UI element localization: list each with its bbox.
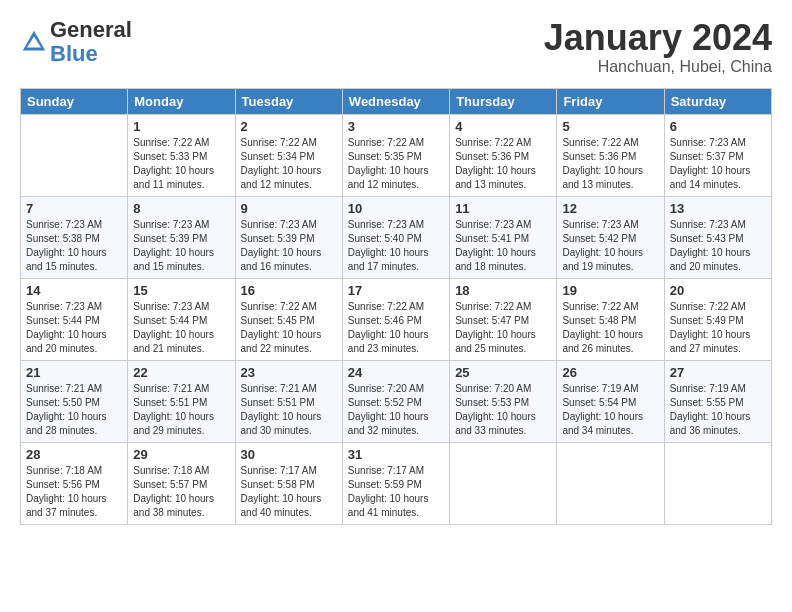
day-cell: 11 Sunrise: 7:23 AMSunset: 5:41 PMDaylig… [450,196,557,278]
day-info: Sunrise: 7:21 AMSunset: 5:51 PMDaylight:… [133,383,214,436]
day-number: 6 [670,119,766,134]
day-info: Sunrise: 7:23 AMSunset: 5:44 PMDaylight:… [133,301,214,354]
day-info: Sunrise: 7:23 AMSunset: 5:41 PMDaylight:… [455,219,536,272]
day-cell: 26 Sunrise: 7:19 AMSunset: 5:54 PMDaylig… [557,360,664,442]
day-number: 26 [562,365,658,380]
col-thursday: Thursday [450,88,557,114]
day-info: Sunrise: 7:22 AMSunset: 5:45 PMDaylight:… [241,301,322,354]
page: General Blue January 2024 Hanchuan, Hube… [0,0,792,535]
col-sunday: Sunday [21,88,128,114]
day-info: Sunrise: 7:19 AMSunset: 5:54 PMDaylight:… [562,383,643,436]
day-number: 5 [562,119,658,134]
day-info: Sunrise: 7:23 AMSunset: 5:38 PMDaylight:… [26,219,107,272]
day-info: Sunrise: 7:23 AMSunset: 5:42 PMDaylight:… [562,219,643,272]
day-number: 31 [348,447,444,462]
day-number: 24 [348,365,444,380]
day-cell: 25 Sunrise: 7:20 AMSunset: 5:53 PMDaylig… [450,360,557,442]
day-number: 10 [348,201,444,216]
day-info: Sunrise: 7:19 AMSunset: 5:55 PMDaylight:… [670,383,751,436]
day-number: 19 [562,283,658,298]
day-info: Sunrise: 7:22 AMSunset: 5:34 PMDaylight:… [241,137,322,190]
day-number: 22 [133,365,229,380]
day-cell [21,114,128,196]
day-info: Sunrise: 7:17 AMSunset: 5:58 PMDaylight:… [241,465,322,518]
day-cell: 3 Sunrise: 7:22 AMSunset: 5:35 PMDayligh… [342,114,449,196]
day-cell: 27 Sunrise: 7:19 AMSunset: 5:55 PMDaylig… [664,360,771,442]
day-info: Sunrise: 7:23 AMSunset: 5:37 PMDaylight:… [670,137,751,190]
day-number: 25 [455,365,551,380]
title-area: January 2024 Hanchuan, Hubei, China [544,18,772,76]
day-number: 18 [455,283,551,298]
day-number: 2 [241,119,337,134]
day-info: Sunrise: 7:22 AMSunset: 5:35 PMDaylight:… [348,137,429,190]
day-info: Sunrise: 7:22 AMSunset: 5:47 PMDaylight:… [455,301,536,354]
day-cell: 29 Sunrise: 7:18 AMSunset: 5:57 PMDaylig… [128,442,235,524]
day-cell: 8 Sunrise: 7:23 AMSunset: 5:39 PMDayligh… [128,196,235,278]
day-cell: 5 Sunrise: 7:22 AMSunset: 5:36 PMDayligh… [557,114,664,196]
day-number: 7 [26,201,122,216]
day-info: Sunrise: 7:20 AMSunset: 5:53 PMDaylight:… [455,383,536,436]
day-info: Sunrise: 7:23 AMSunset: 5:39 PMDaylight:… [241,219,322,272]
day-cell: 31 Sunrise: 7:17 AMSunset: 5:59 PMDaylig… [342,442,449,524]
header-row: Sunday Monday Tuesday Wednesday Thursday… [21,88,772,114]
day-cell: 7 Sunrise: 7:23 AMSunset: 5:38 PMDayligh… [21,196,128,278]
day-number: 13 [670,201,766,216]
day-number: 20 [670,283,766,298]
day-cell: 17 Sunrise: 7:22 AMSunset: 5:46 PMDaylig… [342,278,449,360]
day-cell: 19 Sunrise: 7:22 AMSunset: 5:48 PMDaylig… [557,278,664,360]
logo-general: General [50,17,132,42]
day-cell: 10 Sunrise: 7:23 AMSunset: 5:40 PMDaylig… [342,196,449,278]
month-title: January 2024 [544,18,772,58]
day-cell [664,442,771,524]
day-info: Sunrise: 7:23 AMSunset: 5:39 PMDaylight:… [133,219,214,272]
logo: General Blue [20,18,132,66]
day-info: Sunrise: 7:17 AMSunset: 5:59 PMDaylight:… [348,465,429,518]
day-number: 23 [241,365,337,380]
day-cell: 22 Sunrise: 7:21 AMSunset: 5:51 PMDaylig… [128,360,235,442]
logo-text: General Blue [50,18,132,66]
day-cell: 4 Sunrise: 7:22 AMSunset: 5:36 PMDayligh… [450,114,557,196]
header: General Blue January 2024 Hanchuan, Hube… [20,18,772,76]
day-info: Sunrise: 7:22 AMSunset: 5:46 PMDaylight:… [348,301,429,354]
day-cell: 18 Sunrise: 7:22 AMSunset: 5:47 PMDaylig… [450,278,557,360]
day-number: 4 [455,119,551,134]
day-info: Sunrise: 7:18 AMSunset: 5:56 PMDaylight:… [26,465,107,518]
col-wednesday: Wednesday [342,88,449,114]
calendar-table: Sunday Monday Tuesday Wednesday Thursday… [20,88,772,525]
day-cell: 30 Sunrise: 7:17 AMSunset: 5:58 PMDaylig… [235,442,342,524]
day-cell: 24 Sunrise: 7:20 AMSunset: 5:52 PMDaylig… [342,360,449,442]
logo-icon [20,28,48,56]
day-cell: 12 Sunrise: 7:23 AMSunset: 5:42 PMDaylig… [557,196,664,278]
day-number: 21 [26,365,122,380]
col-monday: Monday [128,88,235,114]
day-cell: 13 Sunrise: 7:23 AMSunset: 5:43 PMDaylig… [664,196,771,278]
day-cell: 1 Sunrise: 7:22 AMSunset: 5:33 PMDayligh… [128,114,235,196]
week-row-2: 14 Sunrise: 7:23 AMSunset: 5:44 PMDaylig… [21,278,772,360]
week-row-3: 21 Sunrise: 7:21 AMSunset: 5:50 PMDaylig… [21,360,772,442]
day-cell: 16 Sunrise: 7:22 AMSunset: 5:45 PMDaylig… [235,278,342,360]
day-cell: 2 Sunrise: 7:22 AMSunset: 5:34 PMDayligh… [235,114,342,196]
day-info: Sunrise: 7:22 AMSunset: 5:33 PMDaylight:… [133,137,214,190]
day-info: Sunrise: 7:22 AMSunset: 5:36 PMDaylight:… [455,137,536,190]
col-friday: Friday [557,88,664,114]
day-info: Sunrise: 7:23 AMSunset: 5:43 PMDaylight:… [670,219,751,272]
day-number: 15 [133,283,229,298]
logo-blue: Blue [50,41,98,66]
day-cell [557,442,664,524]
col-tuesday: Tuesday [235,88,342,114]
week-row-1: 7 Sunrise: 7:23 AMSunset: 5:38 PMDayligh… [21,196,772,278]
day-number: 30 [241,447,337,462]
col-saturday: Saturday [664,88,771,114]
day-info: Sunrise: 7:18 AMSunset: 5:57 PMDaylight:… [133,465,214,518]
day-cell: 9 Sunrise: 7:23 AMSunset: 5:39 PMDayligh… [235,196,342,278]
day-number: 12 [562,201,658,216]
week-row-4: 28 Sunrise: 7:18 AMSunset: 5:56 PMDaylig… [21,442,772,524]
day-number: 17 [348,283,444,298]
day-cell: 23 Sunrise: 7:21 AMSunset: 5:51 PMDaylig… [235,360,342,442]
day-cell: 6 Sunrise: 7:23 AMSunset: 5:37 PMDayligh… [664,114,771,196]
day-info: Sunrise: 7:21 AMSunset: 5:50 PMDaylight:… [26,383,107,436]
day-cell: 20 Sunrise: 7:22 AMSunset: 5:49 PMDaylig… [664,278,771,360]
day-number: 16 [241,283,337,298]
day-cell: 28 Sunrise: 7:18 AMSunset: 5:56 PMDaylig… [21,442,128,524]
day-number: 8 [133,201,229,216]
